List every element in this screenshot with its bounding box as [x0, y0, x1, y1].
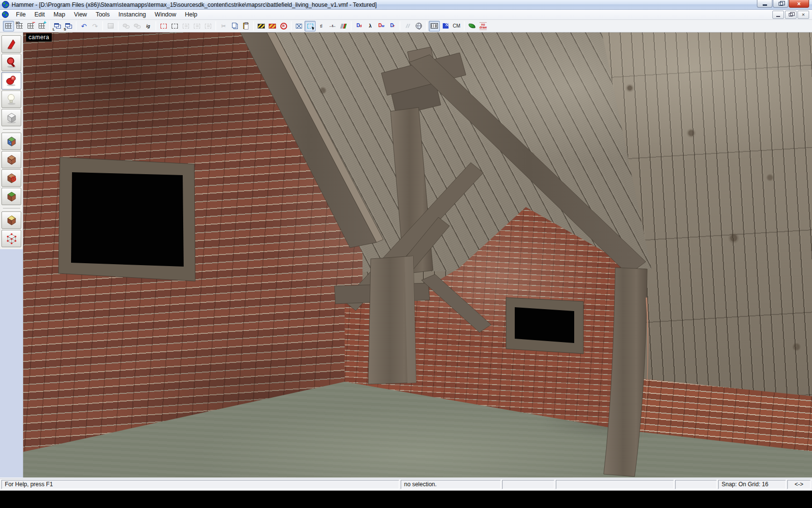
- show-2d-models-button[interactable]: [429, 21, 440, 31]
- select-by-handles-button[interactable]: [293, 21, 304, 31]
- decal-cube-icon: [5, 172, 18, 184]
- toggle-detail-objects-button[interactable]: Dd: [353, 21, 364, 31]
- show-hidden-objects-button[interactable]: [180, 21, 191, 31]
- minimize-button[interactable]: [757, 0, 772, 8]
- vertex-tool-button[interactable]: [1, 230, 21, 247]
- camera-tool-button[interactable]: [1, 72, 21, 90]
- hide-selected-button[interactable]: [158, 21, 169, 31]
- menu-view[interactable]: View: [70, 10, 91, 19]
- window-title: Hammer - [D:\Program Files (x86)\Steam\s…: [12, 1, 377, 8]
- status-snap-grid[interactable]: Snap: On Grid: 16: [718, 480, 786, 489]
- leaf-icon: [468, 23, 476, 29]
- texture-lock-button[interactable]: tl: [316, 21, 327, 31]
- load-window-state-button[interactable]: L: [52, 21, 63, 31]
- auto-selection-button[interactable]: [304, 21, 316, 31]
- apply-decals-button[interactable]: [1, 169, 21, 187]
- nodraw-preview-button[interactable]: nodraw: [478, 21, 489, 31]
- undo-button[interactable]: ↶: [78, 21, 89, 31]
- toolbar-separator: [156, 21, 156, 30]
- menu-window[interactable]: Window: [150, 10, 180, 19]
- tool-group-separator: [3, 208, 20, 209]
- pointfile-button[interactable]: [402, 21, 413, 31]
- restore-icon: [779, 2, 783, 6]
- cm-label: CM: [453, 23, 461, 29]
- cm-button[interactable]: CM: [451, 21, 462, 31]
- tool-group-separator: [3, 129, 20, 130]
- status-resize-handle: <->: [787, 480, 811, 489]
- lightbulb-icon: [5, 93, 18, 105]
- toggle-model-wireframe-button[interactable]: Dw: [376, 21, 387, 31]
- snap-to-grid-button[interactable]: [3, 21, 14, 31]
- smaller-grid-button[interactable]: −: [25, 21, 36, 31]
- viewport-camera-label[interactable]: camera: [26, 33, 52, 42]
- save-window-state-button[interactable]: S: [63, 21, 74, 31]
- show-all-button[interactable]: [203, 21, 214, 31]
- toggle-cordon-state-button[interactable]: [256, 21, 267, 31]
- menu-map[interactable]: Map: [49, 10, 70, 19]
- texture-scale-lock-button[interactable]: ↔tl↔: [327, 21, 338, 31]
- cut-button[interactable]: ✂: [218, 21, 229, 31]
- menu-edit[interactable]: Edit: [30, 10, 49, 19]
- block-tool-button[interactable]: [1, 109, 21, 126]
- menu-instancing[interactable]: Instancing: [114, 10, 150, 19]
- apply-current-texture-button[interactable]: [1, 151, 21, 168]
- document-globe-icon: [2, 11, 9, 18]
- minus-icon: −: [32, 20, 35, 25]
- fade-preview-button[interactable]: [440, 21, 451, 31]
- restore-button[interactable]: [773, 0, 788, 8]
- flip-display-button[interactable]: [338, 21, 349, 31]
- hide-unselected-button[interactable]: [169, 21, 180, 31]
- entity-tool-button[interactable]: [1, 90, 21, 108]
- overlay-tool-button[interactable]: [1, 188, 21, 205]
- mdi-close-button[interactable]: ×: [798, 11, 809, 19]
- radius-culling-button[interactable]: R: [278, 21, 289, 31]
- toolbar-separator: [49, 21, 50, 30]
- clip-cube-icon: [5, 214, 18, 226]
- status-help-text: For Help, press F1: [1, 480, 399, 489]
- plus-icon: +: [44, 20, 46, 25]
- paste-button[interactable]: [240, 21, 251, 31]
- magnify-tool-button[interactable]: [1, 54, 21, 71]
- viewport-3d[interactable]: camera: [23, 32, 812, 478]
- close-button[interactable]: ×: [789, 0, 809, 8]
- dithered-cube-icon: [443, 23, 449, 29]
- ignore-groups-button[interactable]: ig: [143, 21, 154, 31]
- toggle-helpers-button[interactable]: λ: [364, 21, 376, 31]
- selection-arrow-icon: [5, 38, 18, 50]
- carve-button[interactable]: [105, 21, 116, 31]
- menu-help[interactable]: Help: [181, 10, 202, 19]
- redo-button[interactable]: ↷: [89, 21, 101, 31]
- mdi-restore-button[interactable]: [785, 11, 797, 19]
- foliage-button[interactable]: [466, 21, 478, 31]
- toolbar-separator: [464, 21, 464, 30]
- cordon-stripes-icon: [258, 24, 265, 29]
- edit-cordon-bounds-button[interactable]: [267, 21, 278, 31]
- world-globe-button[interactable]: [413, 21, 424, 31]
- toggle-3d-grid-button[interactable]: 3D: [14, 21, 25, 31]
- show-all-icon: [205, 24, 211, 29]
- copy-button[interactable]: [229, 21, 240, 31]
- flip-shapes-icon: [341, 24, 346, 29]
- toolbar-separator: [216, 21, 216, 30]
- paste-clipboard-icon: [243, 23, 248, 29]
- load-label: L: [53, 28, 55, 31]
- toggle-model-render-button[interactable]: Dr: [387, 21, 398, 31]
- vertex-wireframe-icon: [5, 232, 18, 245]
- selection-tool-button[interactable]: [1, 35, 21, 53]
- status-coordinates-panel: [502, 480, 554, 489]
- clipping-tool-button[interactable]: [1, 211, 21, 229]
- status-zoom-panel: [675, 480, 717, 489]
- ungroup-icon: [134, 24, 138, 27]
- toggle-texture-application-button[interactable]: [1, 133, 21, 150]
- hide-entities-button[interactable]: [191, 21, 203, 31]
- mdi-minimize-button[interactable]: [772, 11, 784, 19]
- pointfile-icon: [406, 24, 409, 28]
- menu-tools[interactable]: Tools: [91, 10, 114, 19]
- ungroup-button[interactable]: [131, 21, 143, 31]
- hide-entities-icon: [194, 24, 200, 29]
- larger-grid-button[interactable]: +: [36, 21, 47, 31]
- toolbar-separator: [253, 21, 254, 30]
- menu-file[interactable]: File: [12, 10, 30, 19]
- group-button[interactable]: [120, 21, 131, 31]
- window-controls: ×: [757, 0, 809, 8]
